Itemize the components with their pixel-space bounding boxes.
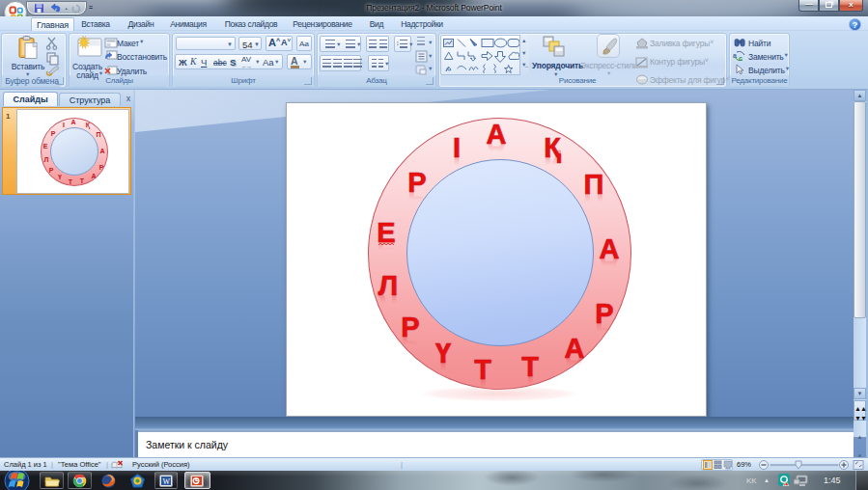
- svg-text:a: a: [733, 52, 737, 59]
- svg-text:W: W: [163, 477, 171, 486]
